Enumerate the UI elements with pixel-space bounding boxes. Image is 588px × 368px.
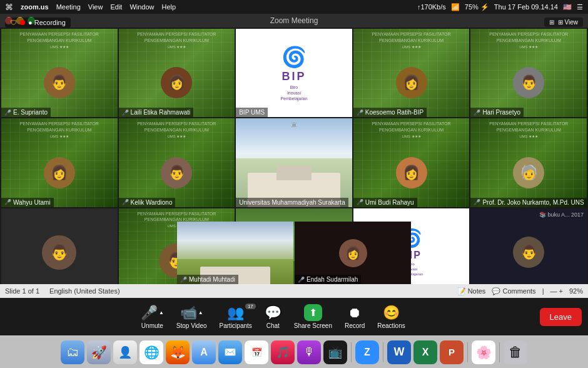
stop-video-label: Stop Video bbox=[176, 322, 207, 329]
dock-word[interactable]: W bbox=[387, 340, 411, 364]
app-name[interactable]: zoom.us bbox=[21, 3, 49, 11]
menu-view[interactable]: View bbox=[88, 3, 103, 11]
flag-icon: 🇺🇸 bbox=[563, 3, 572, 11]
dock-contacts[interactable]: 👤 bbox=[113, 340, 137, 364]
record-icon: ⏺ bbox=[348, 305, 362, 321]
participant-name-5: 🎤 Hari Prasetyo bbox=[470, 108, 524, 117]
dock-appletv[interactable]: 📺 bbox=[323, 340, 347, 364]
battery-status: 75% ⚡ bbox=[465, 3, 489, 11]
video-cell-ums: 🏛️ Universitas Muhammadiyah Surakarta bbox=[236, 118, 352, 207]
participant-name-ums: Universitas Muhammadiyah Surakarta bbox=[236, 198, 348, 207]
participant-name-10: 🎤 Prof. Dr. Joko Nurkamto, M.Pd. UNS bbox=[470, 198, 587, 207]
zoom-toolbar: 🎤▲ Unmute 📹▲ Stop Video 👥 17 Participant… bbox=[0, 298, 588, 335]
participants-button[interactable]: 👥 17 Participants bbox=[213, 302, 258, 332]
dock-excel[interactable]: X bbox=[413, 340, 437, 364]
video-cell-9: PENYAMAAN PERSEPSI FASILITATORPENGEMBANG… bbox=[353, 118, 470, 207]
leave-button[interactable]: Leave bbox=[540, 308, 582, 326]
video-cell-5: PENYAMAAN PERSEPSI FASILITATORPENGEMBANG… bbox=[470, 29, 587, 117]
reactions-label: Reactions bbox=[377, 322, 405, 329]
recording-label: ● Recording bbox=[28, 19, 66, 26]
video-cell-bip1: 🌀 BIP BiroInovasiPembelajaran BIP UMS bbox=[236, 29, 352, 117]
dock-trash[interactable]: 🗑 bbox=[504, 340, 527, 364]
menubar-right: ↑170Kb/s 📶 75% ⚡ Thu 17 Feb 09.14.14 🇺🇸 … bbox=[417, 3, 583, 11]
chat-button[interactable]: 💬 Chat bbox=[258, 302, 288, 332]
macos-dock: 🗂 🚀 👤 🌐 🦊 A ✉️ 📅 🎵 🎙 📺 Z W X P 🌸 🗑 bbox=[0, 335, 588, 368]
shield-icon: 🛡 bbox=[10, 19, 17, 26]
mic-icon: 🎤▲ bbox=[141, 305, 164, 321]
dock-music[interactable]: 🎵 bbox=[271, 340, 295, 364]
grid-icon: ⊞ bbox=[549, 19, 554, 26]
dock-separator bbox=[351, 342, 352, 362]
participant-name-4: 🎤 Koesoemo Ratih-BIP bbox=[353, 108, 427, 117]
comments-btn[interactable]: 💬 Comments bbox=[492, 287, 535, 295]
menubar: ⌘ zoom.us Meeting View Edit Window Help … bbox=[0, 0, 588, 14]
menu-help[interactable]: Help bbox=[162, 3, 176, 11]
bottom-video-row: 🎤 Muhtadi Muhtadi 👩 🎤 Endah Sudarmilah bbox=[0, 222, 588, 284]
stop-video-button[interactable]: 📹▲ Stop Video bbox=[170, 302, 213, 332]
dock-separator3 bbox=[467, 342, 468, 362]
apple-menu[interactable]: ⌘ bbox=[5, 3, 13, 12]
share-screen-button[interactable]: ⬆ Share Screen bbox=[288, 302, 338, 332]
unmute-button[interactable]: 🎤▲ Unmute bbox=[134, 302, 170, 332]
zoom-statusbar: Slide 1 of 1 English (United States) 📝 N… bbox=[0, 284, 588, 298]
video-cell-endah: 👩 🎤 Endah Sudarmilah bbox=[295, 222, 411, 284]
dock-photos[interactable]: 🌸 bbox=[472, 340, 495, 364]
video-cell-muhtadi: 🎤 Muhtadi Muhtadi bbox=[177, 222, 293, 284]
participant-name-2: 🎤 Laili Etika Rahmawati bbox=[119, 108, 194, 117]
statusbar-right: 📝 Notes 💬 Comments | — + 92% bbox=[457, 287, 583, 295]
chat-icon: 💬 bbox=[265, 305, 281, 321]
video-cell-2: PENYAMAAN PERSEPSI FASILITATORPENGEMBANG… bbox=[119, 29, 235, 117]
participants-icon: 👥 bbox=[227, 305, 244, 321]
reactions-icon: 😊 bbox=[383, 305, 400, 321]
reactions-button[interactable]: 😊 Reactions bbox=[371, 302, 411, 332]
dock-separator2 bbox=[383, 342, 383, 362]
participant-name-bip1: BIP UMS bbox=[236, 108, 268, 117]
video-cell-6: PENYAMAAN PERSEPSI FASILITATORPENGEMBANG… bbox=[1, 118, 118, 207]
video-cell-7: PENYAMAAN PERSEPSI FASILITATORPENGEMBANG… bbox=[119, 118, 235, 207]
share-icon: ⬆ bbox=[304, 304, 322, 321]
dock-podcast[interactable]: 🎙 bbox=[297, 340, 321, 364]
menu-edit[interactable]: Edit bbox=[110, 3, 122, 11]
wifi-icon: 📶 bbox=[451, 3, 460, 11]
zoom-titlebar: Zoom Meeting ⊞ ⊞ View bbox=[0, 14, 588, 28]
dock-mail[interactable]: ✉️ bbox=[218, 340, 242, 364]
rec-dot bbox=[20, 20, 25, 25]
dock-chrome[interactable]: 🌐 bbox=[139, 340, 163, 364]
participant-name-muhtadi: 🎤 Muhtadi Muhtadi bbox=[177, 275, 238, 284]
menu-extras: ☰ bbox=[577, 3, 583, 11]
dock-firefox[interactable]: 🦊 bbox=[166, 340, 190, 364]
dock-ppt[interactable]: P bbox=[440, 340, 464, 364]
zoom-window: Zoom Meeting ⊞ ⊞ View 🛡 ● Recording PENY… bbox=[0, 14, 588, 335]
record-button[interactable]: ⏺ Record bbox=[338, 302, 371, 332]
participant-name-endah: 🎤 Endah Sudarmilah bbox=[295, 275, 361, 284]
dock-finder[interactable]: 🗂 bbox=[61, 340, 84, 364]
view-button[interactable]: ⊞ ⊞ View bbox=[544, 18, 583, 27]
dock-separator4 bbox=[499, 342, 500, 362]
toolbar-items: 🎤▲ Unmute 📹▲ Stop Video 👥 17 Participant… bbox=[6, 302, 540, 332]
video-cell-4: PENYAMAAN PERSEPSI FASILITATORPENGEMBANG… bbox=[353, 29, 470, 117]
notes-btn[interactable]: 📝 Notes bbox=[457, 287, 486, 295]
menubar-left: ⌘ zoom.us Meeting View Edit Window Help bbox=[5, 3, 176, 12]
participant-name-9: 🎤 Umi Budi Rahayu bbox=[353, 198, 417, 207]
network-status: ↑170Kb/s bbox=[417, 3, 446, 11]
divider: | bbox=[542, 287, 544, 295]
dock-appstore[interactable]: A bbox=[192, 340, 216, 364]
dock-calendar[interactable]: 📅 bbox=[245, 340, 268, 364]
participants-count: 17 bbox=[245, 304, 256, 309]
dock-launchpad[interactable]: 🚀 bbox=[87, 340, 111, 364]
participants-label: Participants bbox=[220, 322, 252, 329]
zoom-pct: 92% bbox=[569, 287, 583, 295]
dock-zoom[interactable]: Z bbox=[355, 340, 379, 364]
clock: Thu 17 Feb 09.14.14 bbox=[494, 3, 558, 11]
zoom-level: — + bbox=[550, 287, 562, 295]
unmute-label: Unmute bbox=[141, 322, 163, 329]
slide-info: Slide 1 of 1 bbox=[5, 287, 39, 295]
video-cell-10: PENYAMAAN PERSEPSI FASILITATORPENGEMBANG… bbox=[470, 118, 587, 207]
video-cell-1: PENYAMAAN PERSEPSI FASILITATORPENGEMBANG… bbox=[1, 29, 118, 117]
participant-name-6: 🎤 Wahyu Utami bbox=[1, 198, 54, 207]
menu-window[interactable]: Window bbox=[129, 3, 154, 11]
participant-name-1: 🎤 E. Suprianto bbox=[1, 108, 51, 117]
menu-meeting[interactable]: Meeting bbox=[56, 3, 81, 11]
video-icon: 📹▲ bbox=[180, 305, 203, 321]
window-title: Zoom Meeting bbox=[270, 16, 318, 25]
